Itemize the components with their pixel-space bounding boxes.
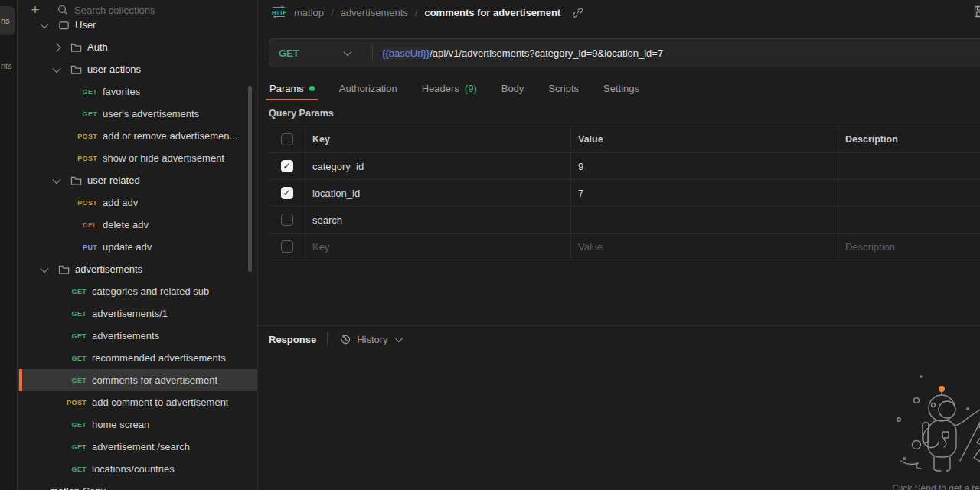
sidebar: + Search collections UserAuthuser action…: [18, 0, 257, 490]
tree-item-label: locations/countries: [92, 463, 175, 475]
url-input[interactable]: {{baseUrl}}/api/v1/advertisements?catego…: [373, 47, 663, 59]
sidebar-item-matlop-copy[interactable]: matlop Copy: [18, 480, 257, 490]
param-key-field[interactable]: search: [305, 207, 570, 233]
chevron-down-icon[interactable]: [40, 19, 48, 28]
param-key-placeholder[interactable]: Key: [305, 234, 570, 260]
sidebar-item-delete-adv[interactable]: DELdelete adv: [18, 214, 257, 236]
app-window: { "colors":{"accent":"#ee6b3e","get":"#4…: [0, 0, 980, 490]
tab-body[interactable]: Body: [501, 77, 525, 100]
param-value-field[interactable]: 7: [570, 180, 838, 206]
tab-label: Authorization: [339, 83, 397, 94]
checkbox-cell: ✓: [269, 153, 305, 179]
tab-params[interactable]: Params: [269, 77, 315, 100]
empty-response-hint: Click Send to get a response: [848, 483, 980, 490]
param-value-field[interactable]: 9: [570, 153, 838, 179]
chevron-down-icon[interactable]: [40, 263, 48, 272]
tree-item-label: user's advertisements: [103, 108, 199, 119]
sidebar-item-advertisements[interactable]: GETadvertisements: [18, 325, 257, 347]
tree-item-label: show or hide advertisement: [103, 152, 224, 164]
tab-label: Body: [501, 83, 524, 94]
select-all-checkbox[interactable]: [281, 133, 293, 145]
checkbox-checked[interactable]: ✓: [281, 160, 293, 172]
sidebar-item-home-screan[interactable]: GEThome screan: [18, 413, 257, 436]
breadcrumb-folder[interactable]: advertisements: [341, 7, 408, 18]
sidebar-item-user-related[interactable]: user related: [18, 169, 257, 191]
collection-icon: [58, 20, 70, 31]
sidebar-item-user-s-advertisements[interactable]: GETuser's advertisements: [18, 103, 257, 125]
sidebar-scrollbar-thumb[interactable]: [248, 86, 252, 272]
method-badge: GET: [62, 332, 87, 340]
tree-item-label: update adv: [103, 241, 152, 253]
tree-item-label: matlop Copy: [50, 485, 106, 490]
save-icon[interactable]: [973, 5, 980, 18]
rail-item-collections[interactable]: ns: [1, 16, 10, 25]
param-description-placeholder[interactable]: Description: [838, 234, 980, 260]
sidebar-item-recommended-advertisements[interactable]: GETrecommended advertisements: [18, 347, 257, 369]
sidebar-item-advertisements[interactable]: advertisements: [18, 258, 257, 280]
sidebar-item-locations-countries[interactable]: GETlocations/countries: [18, 458, 257, 480]
chevron-down-icon[interactable]: [52, 64, 60, 72]
url-path: /api/v1/advertisements?category_id=9&loc…: [430, 47, 663, 59]
param-value-field[interactable]: [570, 207, 838, 233]
param-value-placeholder[interactable]: Value: [570, 234, 838, 260]
sidebar-item-comments-for-advertisement[interactable]: GETcomments for advertisement: [18, 369, 257, 391]
param-description-field[interactable]: [838, 153, 980, 179]
method-badge: GET: [62, 288, 87, 296]
sidebar-item-advertisement-search[interactable]: GETadvertisement /search: [18, 436, 257, 458]
column-header-description: Description: [838, 126, 980, 152]
breadcrumb-collection[interactable]: matlop: [294, 7, 324, 18]
link-icon[interactable]: [572, 7, 583, 18]
tab-authorization[interactable]: Authorization: [338, 77, 398, 100]
folder-icon: [70, 64, 82, 75]
tab-settings[interactable]: Settings: [603, 77, 640, 100]
method-badge: PUT: [73, 243, 97, 251]
rail-item-environments[interactable]: nts: [1, 61, 12, 70]
history-button[interactable]: History: [340, 334, 401, 345]
sidebar-item-add-adv[interactable]: POSTadd adv: [18, 191, 257, 214]
sidebar-item-user-actions[interactable]: user actions: [18, 58, 257, 80]
history-clock-icon: [340, 334, 351, 345]
sidebar-item-add-comment-to-advertisement[interactable]: POSTadd comment to advertisement: [18, 391, 257, 413]
tab-label: Headers: [422, 83, 459, 94]
history-label: History: [357, 334, 387, 345]
tree-item-label: add adv: [103, 197, 138, 208]
sidebar-item-auth[interactable]: Auth: [18, 36, 257, 58]
param-row-search: search: [269, 207, 980, 234]
request-topbar: HTTP matlop / advertisements / comments …: [258, 0, 980, 24]
sidebar-item-user[interactable]: User: [18, 14, 257, 36]
chevron-down-icon: [343, 47, 351, 56]
tab-label: Scripts: [548, 83, 579, 94]
method-dropdown[interactable]: GET: [270, 47, 372, 59]
chevron-right-icon[interactable]: [52, 43, 60, 51]
method-badge: GET: [62, 466, 87, 473]
param-description-field[interactable]: [838, 180, 980, 206]
tab-scripts[interactable]: Scripts: [547, 77, 580, 100]
param-description-field[interactable]: [838, 207, 980, 233]
param-key-field[interactable]: location_id: [305, 180, 570, 206]
sidebar-item-show-or-hide-advertisement[interactable]: POSTshow or hide advertisement: [18, 147, 257, 169]
empty-response-state: Click Send to get a response: [848, 366, 980, 490]
method-badge: POST: [73, 199, 97, 207]
method-badge: GET: [62, 443, 87, 451]
method-badge: GET: [62, 310, 87, 318]
tree-item-label: favorites: [103, 86, 140, 97]
method-badge: POST: [62, 399, 87, 407]
checkbox-checked[interactable]: ✓: [281, 187, 293, 199]
checkbox[interactable]: [281, 214, 293, 226]
sidebar-item-add-or-remove-advertisemen[interactable]: POSTadd or remove advertisemen...: [18, 125, 257, 147]
sidebar-item-categories-and-related-sub[interactable]: GETcategories and related sub: [18, 280, 257, 302]
sidebar-item-advertisements-1[interactable]: GETadvertisements/1: [18, 302, 257, 325]
chevron-down-icon[interactable]: [31, 485, 40, 490]
chevron-down-icon[interactable]: [52, 175, 60, 183]
checkbox[interactable]: [281, 240, 293, 253]
tree-item-label: user related: [87, 175, 140, 186]
tab-label: Settings: [603, 83, 639, 94]
method-badge: GET: [62, 354, 87, 362]
sidebar-item-update-adv[interactable]: PUTupdate adv: [18, 236, 257, 258]
url-variable: {{baseUrl}}: [382, 47, 430, 59]
tree-item-label: categories and related sub: [92, 286, 209, 297]
checkbox-cell: [269, 234, 305, 260]
tab-headers[interactable]: Headers(9): [421, 77, 478, 100]
sidebar-item-favorites[interactable]: GETfavorites: [18, 80, 257, 103]
param-key-field[interactable]: category_id: [305, 153, 570, 179]
